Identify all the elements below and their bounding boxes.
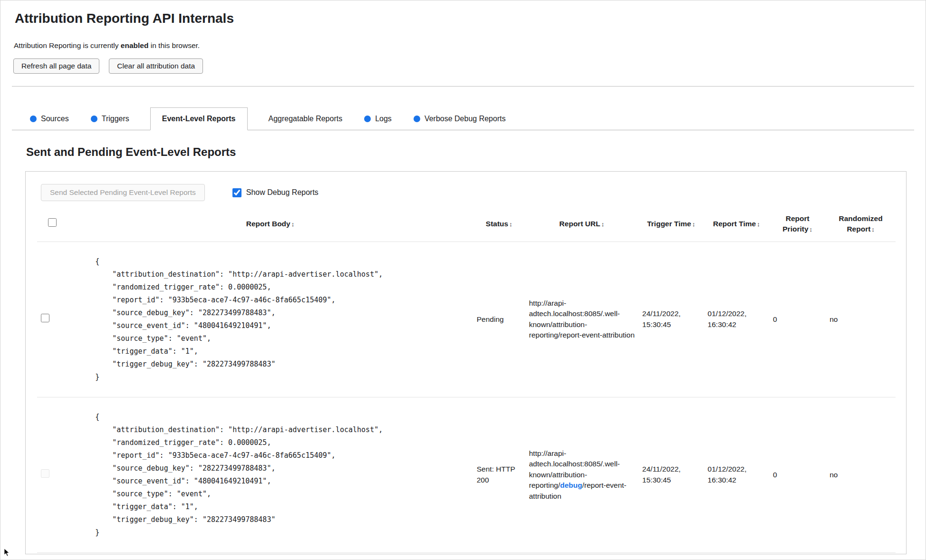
reports-table: Report Body↕ Status↕ Report URL↕ Trigger… — [37, 210, 896, 553]
report-priority-cell: 0 — [769, 241, 826, 397]
report-row-sent: { "attribution_destination": "http://ara… — [37, 397, 896, 552]
sort-icon: ↕ — [757, 221, 760, 228]
report-time-cell: 01/12/2022, 16:30:42 — [704, 397, 770, 552]
report-time-cell: 01/12/2022, 16:30:42 — [704, 241, 770, 397]
tab-label: Sources — [41, 115, 69, 123]
randomized-report-cell: no — [826, 241, 896, 397]
col-label: Report Time — [713, 220, 756, 228]
status-prefix: Attribution Reporting is currently — [14, 41, 121, 49]
col-label: Randomized Report — [839, 214, 883, 233]
tab-dot-icon — [91, 116, 97, 122]
row-checkbox-cell — [37, 397, 68, 552]
col-header-report-body[interactable]: Report Body↕ — [68, 210, 473, 241]
debug-path-highlight: debug — [560, 481, 582, 489]
clear-all-button[interactable]: Clear all attribution data — [109, 58, 203, 74]
col-label: Status — [486, 220, 508, 228]
table-header-row: Report Body↕ Status↕ Report URL↕ Trigger… — [37, 210, 896, 241]
report-priority-cell: 0 — [769, 397, 826, 552]
tab-event-level-reports[interactable]: Event-Level Reports — [150, 107, 248, 130]
status-suffix: in this browser. — [148, 41, 200, 49]
mouse-cursor-icon — [4, 548, 10, 557]
col-header-report-url[interactable]: Report URL↕ — [525, 210, 638, 241]
report-body-json: { "attribution_destination": "http://ara… — [95, 255, 469, 384]
trigger-time-cell: 24/11/2022, 15:30:45 — [638, 241, 704, 397]
report-body-cell: { "attribution_destination": "http://ara… — [68, 397, 473, 552]
col-header-report-time[interactable]: Report Time↕ — [704, 210, 770, 241]
col-label: Report URL — [559, 220, 600, 228]
tab-label: Logs — [375, 115, 392, 123]
send-selected-button[interactable]: Send Selected Pending Event-Level Report… — [41, 184, 205, 201]
refresh-all-button[interactable]: Refresh all page data — [13, 58, 99, 74]
tab-dot-icon — [414, 116, 420, 122]
sort-icon: ↕ — [692, 221, 695, 228]
header-divider — [12, 86, 914, 87]
col-header-status[interactable]: Status↕ — [473, 210, 525, 241]
sort-icon: ↕ — [509, 221, 512, 228]
status-cell: Sent: HTTP 200 — [473, 397, 525, 552]
sort-icon: ↕ — [291, 221, 295, 228]
status-enabled: enabled — [121, 41, 149, 49]
url-text: http://arapi-adtech.localhost:8085/.well… — [529, 299, 635, 339]
col-label: Report Priority — [782, 214, 809, 233]
col-header-report-priority[interactable]: Report Priority↕ — [769, 210, 826, 241]
randomized-report-cell: no — [826, 397, 896, 552]
tab-label: Triggers — [102, 115, 129, 123]
section-heading: Sent and Pending Event-Level Reports — [26, 145, 926, 159]
sort-icon: ↕ — [871, 226, 875, 233]
status-cell: Pending — [473, 241, 525, 397]
col-label: Report Body — [246, 220, 290, 228]
row-checkbox-disabled — [41, 469, 49, 478]
tab-verbose-debug-reports[interactable]: Verbose Debug Reports — [413, 107, 507, 130]
tab-label: Event-Level Reports — [162, 115, 236, 123]
tab-sources[interactable]: Sources — [29, 107, 70, 130]
tab-triggers[interactable]: Triggers — [90, 107, 130, 130]
row-checkbox[interactable] — [41, 314, 49, 322]
col-header-trigger-time[interactable]: Trigger Time↕ — [638, 210, 704, 241]
tab-logs[interactable]: Logs — [363, 107, 393, 130]
attribution-internals-page: Attribution Reporting API Internals Attr… — [0, 0, 926, 560]
tab-dot-icon — [30, 116, 37, 122]
page-title: Attribution Reporting API Internals — [15, 11, 926, 26]
status-text: Attribution Reporting is currently enabl… — [14, 41, 926, 50]
select-all-header — [37, 210, 68, 241]
col-header-randomized-report[interactable]: Randomized Report↕ — [826, 210, 896, 241]
show-debug-toggle[interactable]: Show Debug Reports — [232, 188, 318, 197]
trigger-time-cell: 24/11/2022, 15:30:45 — [638, 397, 704, 552]
tab-aggregatable-reports[interactable]: Aggregatable Reports — [268, 107, 344, 130]
tab-label: Verbose Debug Reports — [424, 115, 506, 123]
reports-panel: Send Selected Pending Event-Level Report… — [25, 171, 907, 554]
tab-label: Aggregatable Reports — [269, 115, 343, 123]
report-url-cell: http://arapi-adtech.localhost:8085/.well… — [525, 397, 638, 552]
col-label: Trigger Time — [647, 220, 691, 228]
report-body-cell: { "attribution_destination": "http://ara… — [68, 241, 473, 397]
tab-bar: Sources Triggers Event-Level Reports Agg… — [12, 107, 914, 130]
report-url-cell: http://arapi-adtech.localhost:8085/.well… — [525, 241, 638, 397]
report-row-pending: { "attribution_destination": "http://ara… — [37, 241, 896, 397]
tab-dot-icon — [364, 116, 371, 122]
show-debug-checkbox[interactable] — [232, 188, 241, 197]
show-debug-label: Show Debug Reports — [246, 188, 318, 197]
sort-icon: ↕ — [810, 226, 813, 233]
panel-toolbar: Send Selected Pending Event-Level Report… — [37, 184, 896, 201]
page-toolbar: Refresh all page data Clear all attribut… — [13, 58, 926, 74]
select-all-checkbox[interactable] — [48, 218, 57, 227]
row-checkbox-cell — [37, 241, 68, 397]
sort-icon: ↕ — [601, 221, 605, 228]
report-body-json: { "attribution_destination": "http://ara… — [95, 411, 469, 539]
